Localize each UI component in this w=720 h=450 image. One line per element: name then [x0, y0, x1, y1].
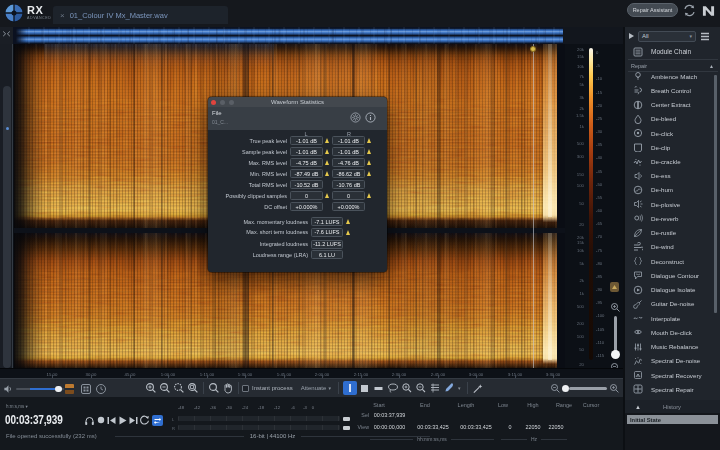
menu-icon[interactable]: [700, 32, 710, 41]
collapse-overview-icon[interactable]: [0, 27, 13, 44]
vertical-scrollbar-gutter[interactable]: [0, 44, 13, 368]
output-volume-icon[interactable]: [3, 384, 13, 394]
module-list-item[interactable]: Deconstruct: [625, 254, 720, 268]
sidebar-scrollbar[interactable]: [714, 75, 717, 313]
marker-dot[interactable]: [530, 46, 536, 52]
statistic-value-left[interactable]: -10.52 dB: [290, 180, 323, 189]
previous-button[interactable]: [106, 414, 117, 426]
warning-icon[interactable]: [367, 138, 371, 143]
find-similar-zoom-out-icon[interactable]: [415, 381, 427, 395]
statistic-value-left[interactable]: -4.75 dB: [290, 158, 323, 167]
vertical-zoom-slider-track[interactable]: [614, 316, 617, 352]
warning-icon[interactable]: [346, 219, 350, 224]
warning-icon[interactable]: [325, 160, 329, 165]
display-grid-icon[interactable]: [80, 383, 92, 395]
collapse-section-icon[interactable]: ▲: [709, 63, 714, 69]
view-length-value[interactable]: 00:03:33,425: [460, 424, 491, 430]
statistic-value-right[interactable]: -10.76 dB: [332, 180, 365, 189]
frequency-selection-tool[interactable]: [373, 381, 385, 395]
time-format-selector[interactable]: h:m:s,ms ▾: [6, 404, 28, 409]
clip-indicator-right[interactable]: [343, 426, 350, 430]
brush-selection-tool[interactable]: [443, 381, 455, 395]
vertical-zoom-slider-knob[interactable]: [611, 350, 620, 359]
warning-icon[interactable]: [325, 138, 329, 143]
module-list-item[interactable]: Center Extract: [625, 97, 720, 111]
module-preview-icon[interactable]: [628, 32, 635, 40]
view-range-value[interactable]: 22050: [549, 424, 564, 430]
module-filter-dropdown[interactable]: All ▾: [638, 31, 696, 42]
playhead-line[interactable]: [533, 44, 534, 368]
lasso-selection-tool[interactable]: [387, 381, 399, 395]
warning-icon[interactable]: [325, 171, 329, 176]
instant-process-checkbox[interactable]: [242, 385, 249, 392]
module-list-item[interactable]: De-reverb: [625, 211, 720, 225]
brush-dropdown-arrow[interactable]: ▾: [458, 385, 461, 391]
loudness-value[interactable]: -7.1 LUFS: [311, 217, 343, 226]
module-list-item[interactable]: De-rustle: [625, 226, 720, 240]
loop-playback-button[interactable]: [152, 415, 163, 426]
loudness-value[interactable]: 6.1 LU: [311, 250, 343, 259]
module-list-item[interactable]: Guitar De-noise: [625, 297, 720, 311]
warning-icon[interactable]: [346, 230, 350, 235]
clock-icon[interactable]: [95, 383, 107, 395]
module-list-item[interactable]: Dialogue Isolate: [625, 283, 720, 297]
statistic-value-right[interactable]: 0: [332, 191, 365, 200]
module-list-item[interactable]: Spectral Repair: [625, 382, 720, 396]
loudness-value[interactable]: -7.6 LUFS: [311, 228, 343, 237]
module-list-item[interactable]: Breath Control: [625, 83, 720, 97]
warning-icon[interactable]: [325, 193, 329, 198]
module-list-item[interactable]: De-hum: [625, 183, 720, 197]
magnifier-tool-icon[interactable]: [208, 381, 220, 395]
record-button[interactable]: [95, 414, 106, 426]
attenuate-dropdown-arrow[interactable]: ▾: [328, 385, 331, 391]
warning-icon[interactable]: [367, 171, 371, 176]
view-low-value[interactable]: 0: [509, 424, 512, 430]
module-list-item[interactable]: De-click: [625, 126, 720, 140]
zoom-fit-icon[interactable]: [187, 381, 199, 395]
level-meter-right[interactable]: [178, 425, 340, 430]
harmonics-selection-tool[interactable]: [429, 381, 441, 395]
history-collapse-icon[interactable]: ▲: [635, 404, 641, 410]
module-list-item[interactable]: Spectral De-noise: [625, 354, 720, 368]
time-ruler[interactable]: 15,00 30,00 45,00 1:00,00 1:15,00 1:30,0…: [0, 368, 623, 378]
tab-close-icon[interactable]: ×: [60, 11, 65, 20]
magic-wand-tool[interactable]: [472, 381, 484, 395]
repair-assistant-button[interactable]: Repair Assistant: [627, 3, 678, 17]
module-list-item[interactable]: Spectral Recovery: [625, 368, 720, 382]
view-start-value[interactable]: 00:00:00,000: [374, 424, 405, 430]
statistic-value-right[interactable]: +0.000%: [332, 202, 365, 211]
zoom-in-vertical-icon[interactable]: [610, 302, 621, 313]
overview-waveform-display[interactable]: [13, 27, 563, 44]
statistic-value-left[interactable]: -1.01 dB: [290, 136, 323, 145]
warning-icon[interactable]: [367, 149, 371, 154]
history-item[interactable]: Initial State: [627, 415, 718, 424]
warning-icon[interactable]: [325, 149, 329, 154]
module-list-item[interactable]: Ambience Match: [625, 69, 720, 83]
file-tab[interactable]: × 01_Colour IV Mx_Master.wav: [53, 6, 228, 24]
module-list-item[interactable]: De-crackle: [625, 154, 720, 168]
zoom-out-time-icon[interactable]: [159, 381, 171, 395]
warning-indicator-icon[interactable]: [610, 282, 619, 292]
statistic-value-left[interactable]: 0: [290, 191, 323, 200]
zoom-selection-icon[interactable]: [173, 381, 185, 395]
horizontal-zoom-in-icon[interactable]: [608, 381, 620, 395]
module-list-item[interactable]: De-clip: [625, 140, 720, 154]
sel-start-value[interactable]: 00:03:37,939: [374, 412, 405, 418]
statistic-value-right[interactable]: -1.01 dB: [332, 147, 365, 156]
loudness-value[interactable]: -11.2 LUFS: [311, 240, 343, 249]
module-list-item[interactable]: Music Rebalance: [625, 339, 720, 353]
time-frequency-selection-tool[interactable]: [359, 381, 371, 395]
time-selection-tool[interactable]: [343, 381, 357, 395]
horizontal-zoom-out-icon[interactable]: [549, 381, 561, 395]
horizontal-zoom-slider-knob[interactable]: [562, 385, 569, 392]
waveform-overview[interactable]: [0, 27, 623, 44]
zoom-in-time-icon[interactable]: [145, 381, 157, 395]
module-list-item[interactable]: Mouth De-click: [625, 325, 720, 339]
statistic-value-right[interactable]: -86.62 dB: [332, 169, 365, 178]
module-list-item[interactable]: De-wind: [625, 240, 720, 254]
settings-gear-icon[interactable]: [350, 112, 361, 123]
module-list-item[interactable]: Interpolate: [625, 311, 720, 325]
statistic-value-left[interactable]: +0.000%: [290, 202, 323, 211]
view-end-value[interactable]: 00:03:33,425: [417, 424, 448, 430]
monitor-button[interactable]: [84, 414, 95, 426]
